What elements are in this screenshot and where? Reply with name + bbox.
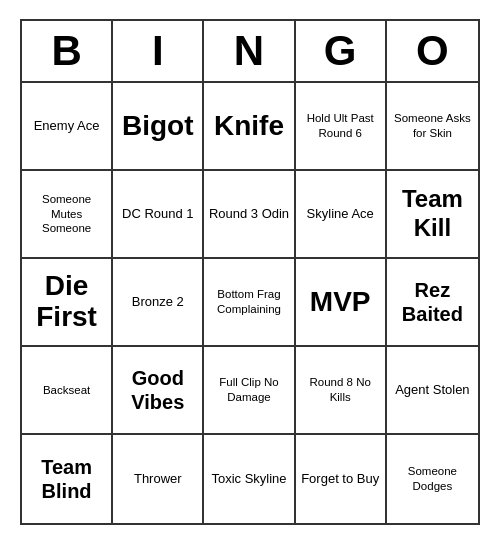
bingo-cell: Skyline Ace (296, 171, 387, 259)
cell-text: Bottom Frag Complaining (208, 287, 289, 317)
bingo-cell: Team Blind (22, 435, 113, 523)
bingo-cell: Agent Stolen (387, 347, 478, 435)
cell-text: MVP (310, 287, 371, 318)
cell-text: Thrower (134, 471, 182, 487)
cell-text: DC Round 1 (122, 206, 194, 222)
bingo-grid: Enemy AceBigotKnifeHold Ult Past Round 6… (22, 83, 478, 523)
bingo-cell: Bottom Frag Complaining (204, 259, 295, 347)
bingo-letter: G (296, 21, 387, 81)
bingo-cell: Forget to Buy (296, 435, 387, 523)
bingo-cell: Full Clip No Damage (204, 347, 295, 435)
cell-text: Skyline Ace (307, 206, 374, 222)
cell-text: Die First (26, 271, 107, 333)
bingo-cell: DC Round 1 (113, 171, 204, 259)
cell-text: Bronze 2 (132, 294, 184, 310)
bingo-cell: Enemy Ace (22, 83, 113, 171)
cell-text: Good Vibes (117, 366, 198, 414)
bingo-cell: Someone Mutes Someone (22, 171, 113, 259)
bingo-cell: Knife (204, 83, 295, 171)
cell-text: Round 8 No Kills (300, 375, 381, 405)
bingo-cell: Bigot (113, 83, 204, 171)
cell-text: Toxic Skyline (211, 471, 286, 487)
cell-text: Enemy Ace (34, 118, 100, 134)
bingo-header: BINGO (22, 21, 478, 83)
bingo-cell: Bronze 2 (113, 259, 204, 347)
cell-text: Bigot (122, 111, 194, 142)
cell-text: Rez Baited (391, 278, 474, 326)
bingo-letter: I (113, 21, 204, 81)
bingo-cell: Round 3 Odin (204, 171, 295, 259)
cell-text: Backseat (43, 383, 90, 398)
cell-text: Someone Mutes Someone (26, 192, 107, 237)
bingo-cell: Toxic Skyline (204, 435, 295, 523)
bingo-cell: Round 8 No Kills (296, 347, 387, 435)
cell-text: Full Clip No Damage (208, 375, 289, 405)
bingo-cell: Someone Dodges (387, 435, 478, 523)
bingo-cell: Good Vibes (113, 347, 204, 435)
cell-text: Knife (214, 111, 284, 142)
bingo-cell: Team Kill (387, 171, 478, 259)
cell-text: Team Blind (26, 455, 107, 503)
bingo-cell: Hold Ult Past Round 6 (296, 83, 387, 171)
bingo-letter: B (22, 21, 113, 81)
cell-text: Team Kill (391, 185, 474, 243)
bingo-cell: MVP (296, 259, 387, 347)
bingo-card: BINGO Enemy AceBigotKnifeHold Ult Past R… (20, 19, 480, 525)
bingo-cell: Rez Baited (387, 259, 478, 347)
cell-text: Forget to Buy (301, 471, 379, 487)
bingo-cell: Thrower (113, 435, 204, 523)
bingo-letter: O (387, 21, 478, 81)
cell-text: Someone Dodges (391, 464, 474, 494)
bingo-cell: Die First (22, 259, 113, 347)
cell-text: Someone Asks for Skin (391, 111, 474, 141)
bingo-cell: Someone Asks for Skin (387, 83, 478, 171)
cell-text: Agent Stolen (395, 382, 469, 398)
bingo-cell: Backseat (22, 347, 113, 435)
cell-text: Hold Ult Past Round 6 (300, 111, 381, 141)
bingo-letter: N (204, 21, 295, 81)
cell-text: Round 3 Odin (209, 206, 289, 222)
